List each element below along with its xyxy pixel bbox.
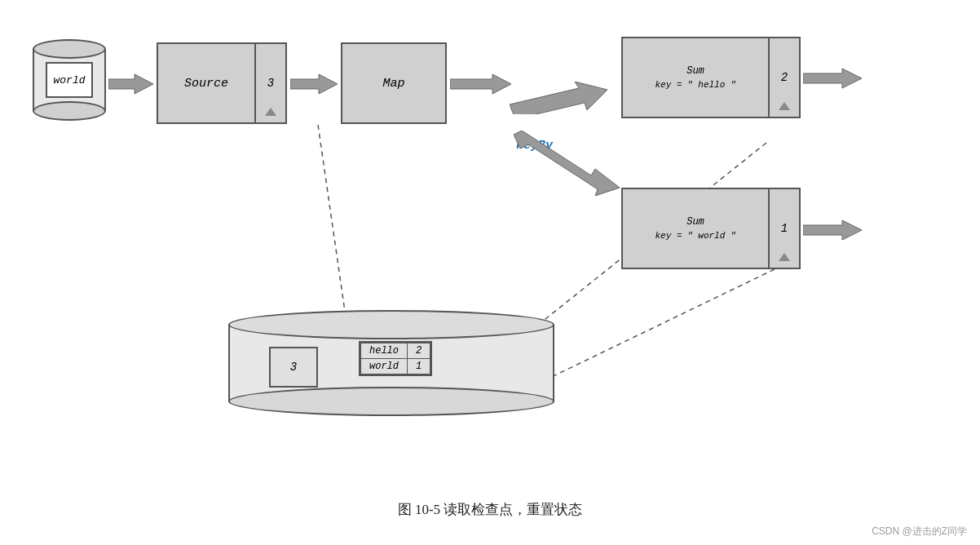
diagram: world Source 3 Map keyBy <box>0 0 980 506</box>
disk-table: hello 2 world 1 <box>359 341 432 376</box>
table-row: world 1 <box>361 359 430 374</box>
checkpoint-disk: 3 hello 2 world 1 <box>228 310 554 416</box>
cylinder-top <box>33 39 106 59</box>
svg-marker-6 <box>510 82 607 114</box>
cylinder-label: world <box>46 62 93 98</box>
disk-small-box: 3 <box>269 347 318 388</box>
sum2-label: Sum key = " world " <box>623 189 770 268</box>
svg-marker-9 <box>803 220 862 240</box>
table-val-2: 1 <box>408 359 430 374</box>
svg-marker-7 <box>514 131 620 196</box>
source-num: 3 <box>256 44 285 122</box>
caption: 图 10-5 读取检查点，重置状态 <box>0 500 980 519</box>
arrow-sum1-out <box>803 67 862 94</box>
arrow-map-to-keyby <box>450 73 511 100</box>
arrow-source-to-map <box>290 73 338 95</box>
map-box: Map <box>341 42 447 124</box>
table-key-2: world <box>361 359 408 374</box>
sum-box-2: Sum key = " world " 1 <box>621 188 801 269</box>
source-label: Source <box>158 44 256 122</box>
arrow-sum2-out <box>803 219 862 246</box>
arrow-keyby-to-sum1 <box>510 82 607 118</box>
svg-marker-3 <box>108 74 153 94</box>
sum1-label: Sum key = " hello " <box>623 38 770 117</box>
table-key-1: hello <box>361 343 408 359</box>
svg-marker-4 <box>290 74 338 94</box>
arrow-keyby-to-sum2 <box>514 131 620 200</box>
table-row: hello 2 <box>361 343 430 359</box>
table-val-1: 2 <box>408 343 430 359</box>
checkpoint-table: hello 2 world 1 <box>360 343 430 374</box>
arrow-cyl-to-source <box>108 73 153 95</box>
sum1-num: 2 <box>770 38 799 117</box>
svg-marker-5 <box>450 74 511 94</box>
cylinder-bottom <box>33 101 106 121</box>
source-cylinder: world <box>33 39 106 121</box>
svg-marker-8 <box>803 69 862 88</box>
watermark: CSDN @进击的Z同学 <box>872 525 967 538</box>
source-box: Source 3 <box>157 42 287 124</box>
sum2-num: 1 <box>770 189 799 268</box>
svg-line-2 <box>538 269 775 383</box>
sum-box-1: Sum key = " hello " 2 <box>621 37 801 118</box>
